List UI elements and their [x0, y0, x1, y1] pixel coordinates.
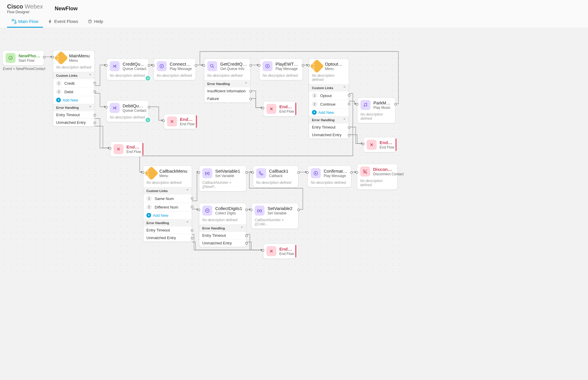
link-debit[interactable]: 2Debit — [53, 87, 94, 96]
port-out[interactable] — [297, 209, 300, 211]
port-out[interactable] — [195, 64, 197, 67]
port-out[interactable] — [191, 206, 193, 208]
node-playewt[interactable]: PlayEWT_PIQ Play Message No description … — [259, 59, 303, 80]
port-out[interactable] — [348, 103, 350, 105]
node-endflow4[interactable]: EndFlow4 End Flow — [263, 244, 295, 259]
tab-event-flows-label: Event Flows — [54, 19, 78, 24]
add-new-link[interactable]: +Add New — [53, 96, 94, 104]
err-entry-timeout[interactable]: Entry Timeout — [309, 123, 349, 131]
error-handling-header[interactable]: Error Handling⌃ — [204, 80, 250, 87]
port-out[interactable] — [93, 90, 96, 93]
node-setvariable1[interactable]: (x) SetVariable1 Set Variable CallbackNu… — [199, 166, 246, 191]
err-unmatched[interactable]: Unmatched Entry — [143, 234, 192, 241]
node-endflow2-title: EndFlow2 — [279, 104, 292, 109]
port-out[interactable] — [148, 64, 150, 67]
start-icon — [6, 53, 16, 63]
svg-point-11 — [366, 105, 367, 106]
variable-icon: (x) — [202, 168, 212, 178]
link-credit[interactable]: 1Credit — [53, 79, 94, 87]
err-unmatched[interactable]: Unmatched Entry — [199, 239, 246, 247]
node-desc: No description defined — [260, 74, 303, 80]
node-callbackmenu-sub: Menu — [159, 174, 187, 178]
link-different-num[interactable]: 2Different Num — [143, 203, 192, 211]
link-optout[interactable]: 1Optout — [309, 91, 349, 100]
port-out[interactable] — [302, 64, 304, 67]
node-getcreditqueue[interactable]: GetCreditQue... Get Queue Info No descri… — [204, 59, 250, 103]
err-failure[interactable]: Failure — [204, 95, 250, 102]
node-setvariable2[interactable]: (x) SetVariable2 Set Variable CallbackNu… — [251, 203, 298, 229]
node-mainmenu-title: MainMenu — [69, 53, 90, 59]
port-out[interactable] — [348, 94, 350, 97]
port-out[interactable] — [148, 106, 150, 109]
node-collectdigits-sub: Collect Digits — [215, 211, 242, 215]
node-confirmation-sub: Play Message — [324, 174, 348, 178]
err-entry-timeout[interactable]: Entry Timeout — [143, 226, 192, 234]
node-endflow1[interactable]: EndFlow1 End Flow — [110, 141, 143, 157]
app-header: Cisco Webex Flow Designer NewFlow Main F… — [0, 0, 588, 28]
node-desc: No description defined — [107, 115, 148, 122]
error-handling-header[interactable]: Error Handling⌃ — [143, 219, 192, 226]
port-out[interactable] — [249, 98, 252, 100]
node-connectmusic-sub: Play Message — [170, 67, 193, 71]
node-confirmation[interactable]: Confirmation... Play Message No descript… — [308, 166, 351, 187]
port-out[interactable] — [191, 229, 193, 232]
err-entry-timeout[interactable]: Entry Timeout — [199, 231, 246, 239]
port-out[interactable] — [93, 121, 96, 124]
node-endflow5[interactable]: EndFlow5 End Flow — [164, 114, 196, 129]
port-out[interactable] — [245, 171, 248, 174]
port-out[interactable] — [249, 90, 252, 93]
add-new-link[interactable]: +Add New — [143, 211, 192, 219]
tab-help[interactable]: Help — [83, 16, 108, 28]
accent — [196, 115, 197, 128]
flow-canvas[interactable]: NewPhoneCo... Start Flow Event = NewPhon… — [0, 28, 400, 272]
err-entry-timeout[interactable]: Entry Timeout — [53, 111, 94, 119]
error-handling-header[interactable]: Error Handling⌃ — [199, 224, 246, 231]
port-out[interactable] — [191, 237, 193, 239]
node-callbackmenu[interactable]: 1.2. CallbackMenu Menu No description de… — [143, 166, 192, 242]
port-out[interactable] — [43, 56, 46, 59]
custom-links-header[interactable]: Custom Links⌃ — [53, 72, 94, 79]
err-unmatched[interactable]: Unmatched Entry — [309, 131, 349, 139]
err-unmatched[interactable]: Unmatched Entry — [53, 119, 94, 126]
port-out[interactable] — [348, 126, 350, 129]
link-continue[interactable]: 2Continue — [309, 100, 349, 108]
node-mainmenu[interactable]: 1.2. MainMenu Menu No description define… — [53, 50, 95, 126]
node-disconnect[interactable]: Disconnect Disconnect Contact No descrip… — [357, 164, 397, 190]
node-parkmusic[interactable]: ParkMusic Play Music No description defi… — [357, 97, 395, 123]
port-out[interactable] — [350, 171, 353, 174]
add-new-link[interactable]: +Add New — [309, 108, 349, 116]
port-out[interactable] — [245, 242, 248, 245]
error-handling-header[interactable]: Error Handling⌃ — [53, 104, 94, 111]
node-connectmusic[interactable]: ConnectMusic Play Message No description… — [153, 59, 196, 80]
chevron-up-icon: ⌃ — [245, 82, 247, 86]
port-out[interactable] — [394, 103, 397, 106]
node-start[interactable]: NewPhoneCo... Start Flow — [2, 50, 44, 66]
port-out[interactable] — [348, 134, 350, 136]
port-out[interactable] — [245, 234, 248, 237]
node-endflow5-sub: End Flow — [180, 122, 193, 126]
node-endflow3[interactable]: EndFlow3 End Flow — [363, 137, 396, 152]
custom-links-header[interactable]: Custom Links⌃ — [143, 187, 192, 194]
node-collectdigits[interactable]: CollectDigits1 Collect Digits No descrip… — [199, 203, 246, 247]
err-insufficient[interactable]: Insufficient Information — [204, 87, 250, 95]
close-icon — [113, 144, 123, 154]
port-out[interactable] — [249, 64, 252, 67]
tab-main-flow[interactable]: Main Flow — [7, 16, 43, 28]
chevron-up-icon: ⌃ — [186, 189, 189, 193]
port-out[interactable] — [297, 171, 300, 174]
node-optoutmenu[interactable]: 1.2. OptoutMenu Menu No description defi… — [309, 59, 349, 139]
node-debitqueue[interactable]: DebitQueue Queue Contact No description … — [106, 100, 149, 122]
node-desc: No description defined — [143, 181, 192, 187]
link-same-num[interactable]: 1Same Num — [143, 194, 192, 203]
port-out[interactable] — [93, 114, 96, 116]
error-handling-header[interactable]: Error Handling⌃ — [309, 116, 349, 123]
node-endflow2[interactable]: EndFlow2 End Flow — [263, 101, 295, 116]
port-out[interactable] — [93, 82, 96, 84]
port-out[interactable] — [191, 197, 193, 200]
chevron-up-icon: ⌃ — [89, 106, 91, 109]
custom-links-header[interactable]: Custom Links⌃ — [309, 84, 349, 91]
node-callback1[interactable]: Callback1 Callback No description define… — [253, 166, 298, 187]
node-creditqueue[interactable]: CreditQueue Queue Contact No description… — [106, 59, 149, 80]
tab-event-flows[interactable]: Event Flows — [43, 16, 83, 28]
port-out[interactable] — [245, 209, 248, 211]
